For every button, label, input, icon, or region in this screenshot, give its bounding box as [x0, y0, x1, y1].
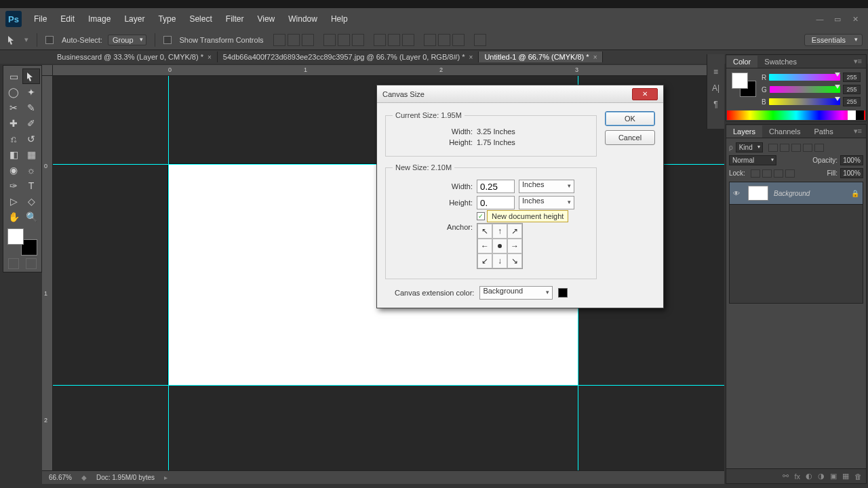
tab-layers[interactable]: Layers — [726, 125, 762, 138]
anchor-n[interactable]: ↑ — [492, 224, 507, 239]
guide[interactable] — [53, 385, 724, 386]
close-icon[interactable]: × — [208, 54, 212, 61]
anchor-center[interactable] — [492, 239, 507, 253]
height-unit-select[interactable]: Inches — [519, 196, 574, 209]
filter-icon[interactable] — [780, 144, 789, 152]
link-layers-icon[interactable]: ⚯ — [783, 472, 789, 481]
fill-input[interactable]: 100% — [840, 168, 863, 178]
guide[interactable] — [168, 76, 169, 470]
slider-b[interactable] — [769, 98, 840, 105]
anchor-ne[interactable]: ↗ — [507, 224, 522, 239]
blend-mode-select[interactable]: Normal — [729, 155, 776, 165]
anchor-s[interactable]: ↓ — [492, 253, 507, 268]
quickmask-icon[interactable] — [8, 258, 19, 269]
distribute-icon[interactable] — [374, 34, 386, 46]
menu-type[interactable]: Type — [151, 14, 182, 24]
menu-file[interactable]: File — [27, 14, 54, 24]
crop-tool-icon[interactable]: ✂ — [5, 100, 22, 115]
distribute-icon[interactable] — [424, 34, 436, 46]
paragraph-panel-icon[interactable]: ¶ — [709, 98, 723, 111]
value-r[interactable]: 255 — [843, 73, 861, 82]
menu-edit[interactable]: Edit — [54, 14, 81, 24]
color-swatch-fgbg[interactable] — [7, 228, 37, 256]
doc-tab[interactable]: Businesscard @ 33.3% (Layer 0, CMYK/8) *… — [52, 52, 218, 62]
cancel-button[interactable]: Cancel — [605, 130, 655, 145]
width-unit-select[interactable]: Inches — [519, 180, 574, 193]
align-icon[interactable] — [323, 34, 336, 46]
ruler-origin[interactable] — [42, 65, 53, 76]
value-g[interactable]: 255 — [843, 85, 861, 94]
ruler-horizontal[interactable]: 0 1 2 3 — [53, 65, 724, 76]
healing-tool-icon[interactable]: ✚ — [5, 115, 22, 131]
marquee-tool-icon[interactable]: ▭ — [5, 68, 22, 84]
window-close-icon[interactable]: ✕ — [848, 14, 863, 24]
filter-icon[interactable] — [768, 144, 778, 152]
auto-select-checkbox[interactable] — [45, 36, 54, 44]
adjustment-icon[interactable]: ◑ — [818, 472, 825, 481]
align-icon[interactable] — [273, 34, 285, 46]
menu-select[interactable]: Select — [182, 14, 218, 24]
3d-icon[interactable] — [474, 34, 486, 46]
character-panel-icon[interactable]: A| — [709, 81, 723, 95]
layer-name[interactable]: Background — [774, 190, 810, 197]
tab-color[interactable]: Color — [726, 56, 757, 68]
anchor-nw[interactable]: ↖ — [477, 224, 492, 239]
align-icon[interactable] — [288, 34, 300, 46]
color-spectrum[interactable] — [727, 110, 865, 120]
align-icon[interactable] — [352, 34, 364, 46]
menu-help[interactable]: Help — [324, 14, 355, 24]
zoom-tool-icon[interactable]: 🔍 — [22, 209, 40, 224]
doc-tab[interactable]: 54db66a400f723d6893ee23cc89c3957.jpg @ 6… — [218, 52, 479, 62]
group-icon[interactable]: ▣ — [830, 472, 837, 481]
eyedropper-tool-icon[interactable]: ✎ — [22, 100, 40, 115]
window-maximize-icon[interactable]: ▭ — [830, 14, 845, 24]
auto-select-mode-select[interactable]: Group — [108, 35, 146, 45]
blur-tool-icon[interactable]: ◉ — [5, 162, 22, 178]
panel-menu-icon[interactable]: ▾≡ — [850, 127, 866, 136]
path-select-tool-icon[interactable]: ▷ — [5, 193, 22, 209]
anchor-e[interactable]: → — [507, 239, 522, 253]
height-input[interactable] — [477, 196, 515, 209]
ok-button[interactable]: OK — [605, 111, 655, 126]
doc-tab-active[interactable]: Untitled-1 @ 66.7% (CMYK/8) *× — [479, 52, 603, 62]
align-icon[interactable] — [338, 34, 350, 46]
menu-layer[interactable]: Layer — [117, 14, 151, 24]
eraser-tool-icon[interactable]: ◧ — [5, 146, 22, 162]
relative-checkbox[interactable]: ✓ — [477, 212, 485, 220]
visibility-icon[interactable]: 👁 — [733, 190, 743, 197]
value-b[interactable]: 255 — [843, 97, 861, 106]
fx-icon[interactable]: fx — [794, 472, 800, 481]
history-panel-icon[interactable]: ≡ — [709, 65, 723, 79]
menu-view[interactable]: View — [250, 14, 281, 24]
menu-image[interactable]: Image — [81, 14, 117, 24]
zoom-level[interactable]: 66.67% — [49, 474, 72, 481]
brush-tool-icon[interactable]: ✐ — [22, 115, 40, 131]
filter-icon[interactable] — [803, 144, 812, 152]
opacity-input[interactable]: 100% — [840, 155, 863, 165]
lock-icon[interactable] — [751, 169, 760, 178]
mask-icon[interactable]: ◐ — [806, 472, 812, 481]
anchor-sw[interactable]: ↙ — [477, 253, 492, 268]
close-icon[interactable]: × — [593, 54, 597, 61]
panel-menu-icon[interactable]: ▾≡ — [850, 57, 866, 66]
history-brush-tool-icon[interactable]: ↺ — [22, 131, 40, 146]
tab-paths[interactable]: Paths — [808, 125, 840, 138]
distribute-icon[interactable] — [388, 34, 400, 46]
shape-tool-icon[interactable]: ◇ — [22, 193, 40, 209]
type-tool-icon[interactable]: T — [22, 178, 40, 193]
pen-tool-icon[interactable]: ✑ — [5, 178, 22, 193]
close-icon[interactable]: × — [469, 54, 473, 61]
current-tool-icon[interactable] — [5, 34, 19, 46]
layer-row[interactable]: 👁 Background 🔒 — [730, 182, 863, 205]
move-tool-icon[interactable] — [22, 68, 40, 84]
lock-icon[interactable] — [762, 169, 772, 178]
dialog-titlebar[interactable]: Canvas Size ✕ — [377, 85, 663, 103]
slider-g[interactable] — [770, 86, 840, 93]
stamp-tool-icon[interactable]: ⎌ — [5, 131, 22, 146]
filter-icon[interactable] — [814, 144, 824, 152]
doc-info[interactable]: Doc: 1.95M/0 bytes — [96, 474, 155, 481]
width-input[interactable] — [477, 180, 515, 193]
layer-kind-select[interactable]: Kind — [736, 142, 763, 152]
tab-swatches[interactable]: Swatches — [757, 56, 804, 68]
trash-icon[interactable]: 🗑 — [854, 472, 862, 481]
